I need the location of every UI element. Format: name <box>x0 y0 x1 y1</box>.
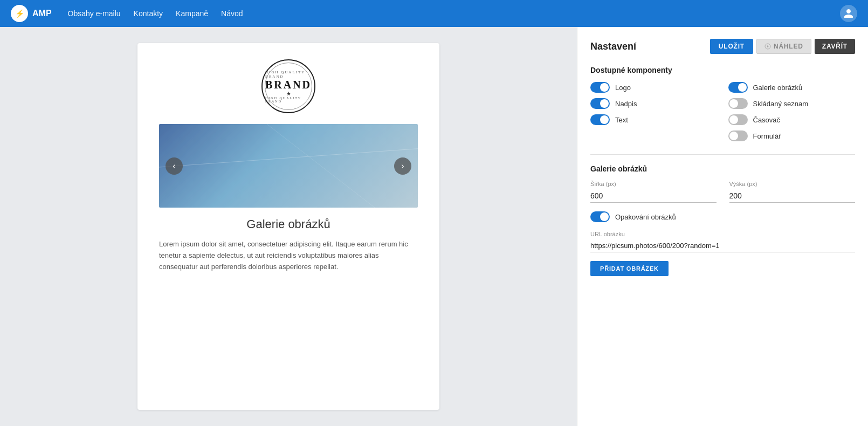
repeat-label: Opakování obrázků <box>615 213 676 221</box>
component-empty <box>590 130 718 141</box>
url-input[interactable] <box>590 239 855 252</box>
components-grid: Logo Galerie obrázků Nadpis Skládaný sez… <box>590 82 855 141</box>
app-name: AMP <box>32 9 52 18</box>
component-logo-label: Logo <box>615 84 631 92</box>
nav-item-obsahy-e-mailu[interactable]: Obsahy e-mailu <box>68 9 121 18</box>
brand-text-main: BRAND <box>265 79 312 91</box>
brand-text-top: HIGH QUALITY BRAND <box>265 70 312 79</box>
height-label: Výška (px) <box>729 181 856 187</box>
close-button[interactable]: ZAVŘÍT <box>815 39 855 54</box>
toggle-repeat[interactable] <box>590 211 610 222</box>
brand-text-bottom: HIGH QUALITY BRAND <box>265 97 312 103</box>
app-header: ⚡ AMP Obsahy e-mailuKontaktyKampaněNávod <box>0 0 868 27</box>
divider <box>590 154 855 155</box>
gallery-title: Galerie obrázků <box>159 217 418 231</box>
dimensions-row: Šířka (px) Výška (px) <box>590 181 855 203</box>
canvas-area: HIGH QUALITY BRAND BRAND ★ HIGH QUALITY … <box>0 27 577 426</box>
component-skladany-row: Skládaný seznam <box>728 98 856 109</box>
url-label: URL obrázku <box>590 231 855 237</box>
toggle-gallery[interactable] <box>728 82 748 93</box>
width-field: Šířka (px) <box>590 181 717 203</box>
toggle-logo[interactable] <box>590 82 610 93</box>
height-field: Výška (px) <box>729 181 856 203</box>
settings-panel: Nastavení ULOŽIT NÁHLED ZAVŘÍT Dostupné … <box>577 27 868 426</box>
component-formular-row: Formulář <box>728 130 856 141</box>
main-nav: Obsahy e-mailuKontaktyKampaněNávod <box>68 9 824 18</box>
component-logo-row: Logo <box>590 82 718 93</box>
preview-label: NÁHLED <box>774 43 803 50</box>
add-image-button[interactable]: PŘIDAT OBRÁZEK <box>590 261 669 276</box>
nav-item-návod[interactable]: Návod <box>221 9 243 18</box>
height-input[interactable] <box>729 189 856 203</box>
save-button[interactable]: ULOŽIT <box>710 39 753 54</box>
panel-title: Nastavení <box>590 41 636 52</box>
user-avatar[interactable] <box>840 5 857 22</box>
component-formular-label: Formulář <box>753 132 781 140</box>
url-section: URL obrázku <box>590 231 855 252</box>
component-skladany-label: Skládaný seznam <box>753 100 809 108</box>
width-input[interactable] <box>590 189 717 203</box>
component-text-label: Text <box>615 116 628 124</box>
toggle-casovac[interactable] <box>728 114 748 125</box>
brand-circle-inner: HIGH QUALITY BRAND BRAND ★ HIGH QUALITY … <box>265 63 312 110</box>
component-gallery-row: Galerie obrázků <box>728 82 856 93</box>
toggle-nadpis[interactable] <box>590 98 610 109</box>
preview-button[interactable]: NÁHLED <box>756 39 811 54</box>
toggle-text[interactable] <box>590 114 610 125</box>
app-logo: ⚡ AMP <box>11 5 52 22</box>
component-casovac-label: Časovač <box>753 116 781 124</box>
brand-logo-area: HIGH QUALITY BRAND BRAND ★ HIGH QUALITY … <box>159 59 418 113</box>
component-text-row: Text <box>590 114 718 125</box>
svg-marker-3 <box>767 45 769 47</box>
panel-header: Nastavení ULOŽIT NÁHLED ZAVŘÍT <box>590 39 855 54</box>
toggle-skladany[interactable] <box>728 98 748 109</box>
brand-circle: HIGH QUALITY BRAND BRAND ★ HIGH QUALITY … <box>261 59 315 113</box>
component-casovac-row: Časovač <box>728 114 856 125</box>
width-label: Šířka (px) <box>590 181 717 187</box>
svg-line-0 <box>159 146 418 167</box>
toggle-formular[interactable] <box>728 130 748 141</box>
carousel-next-button[interactable]: › <box>394 157 411 175</box>
nav-item-kontakty[interactable]: Kontakty <box>134 9 163 18</box>
component-nadpis-label: Nadpis <box>615 100 637 108</box>
components-section-title: Dostupné komponenty <box>590 66 855 74</box>
panel-header-buttons: ULOŽIT NÁHLED ZAVŘÍT <box>710 39 855 54</box>
image-carousel: ‹ › <box>159 124 418 208</box>
gallery-settings-title: Galerie obrázků <box>590 164 855 173</box>
svg-line-1 <box>267 124 375 208</box>
carousel-prev-button[interactable]: ‹ <box>166 157 183 175</box>
nav-item-kampaně[interactable]: Kampaně <box>176 9 208 18</box>
component-gallery-label: Galerie obrázků <box>753 84 803 92</box>
repeat-row: Opakování obrázků <box>590 211 855 222</box>
canvas-card: HIGH QUALITY BRAND BRAND ★ HIGH QUALITY … <box>137 43 439 410</box>
main-layout: HIGH QUALITY BRAND BRAND ★ HIGH QUALITY … <box>0 27 868 426</box>
component-nadpis-row: Nadpis <box>590 98 718 109</box>
amp-icon: ⚡ <box>11 5 28 22</box>
brand-star: ★ <box>286 91 291 97</box>
lorem-text: Lorem ipsum dolor sit amet, consectetuer… <box>159 239 418 272</box>
